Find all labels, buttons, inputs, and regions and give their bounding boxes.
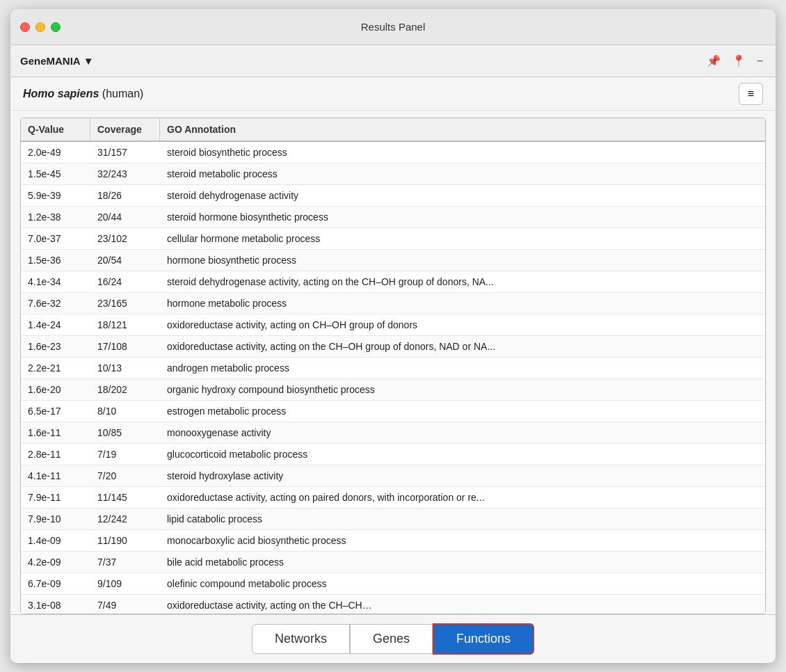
cell-annotation: steroid hydroxylase activity [160, 465, 765, 486]
cell-qvalue: 7.9e-11 [21, 487, 90, 508]
cell-qvalue: 1.5e-36 [21, 250, 90, 271]
cell-coverage: 32/243 [90, 163, 160, 184]
table-header: Q-Value Coverage GO Annotation [21, 118, 765, 142]
pushpin-icon: 📍 [732, 54, 746, 67]
cell-annotation: olefinic compound metabolic process [160, 573, 765, 594]
pin-icon: 📌 [707, 54, 721, 67]
maximize-button[interactable] [51, 22, 61, 32]
table-row[interactable]: 7.0e-3723/102cellular hormone metabolic … [21, 228, 765, 250]
table-row[interactable]: 6.5e-178/10estrogen metabolic process [21, 401, 765, 422]
cell-annotation: steroid dehydrogenase activity [160, 185, 765, 206]
col-header-annotation: GO Annotation [160, 118, 765, 141]
options-menu-button[interactable]: ≡ [739, 83, 763, 105]
cell-coverage: 18/202 [90, 379, 160, 400]
cell-coverage: 11/145 [90, 487, 160, 508]
cell-annotation: steroid hormone biosynthetic process [160, 207, 765, 227]
table-row[interactable]: 4.1e-117/20steroid hydroxylase activity [21, 465, 765, 487]
cell-qvalue: 6.5e-17 [21, 401, 90, 422]
cell-annotation: monooxygenase activity [160, 422, 765, 443]
cell-annotation: glucocorticoid metabolic process [160, 444, 765, 465]
cell-qvalue: 3.1e-08 [21, 595, 90, 614]
cell-annotation: oxidoreductase activity, acting on paire… [160, 487, 765, 508]
cell-annotation: steroid metabolic process [160, 163, 765, 184]
cell-coverage: 10/13 [90, 358, 160, 378]
cell-qvalue: 2.2e-21 [21, 358, 90, 378]
table-row[interactable]: 7.6e-3223/165hormone metabolic process [21, 293, 765, 314]
cell-coverage: 16/24 [90, 271, 160, 292]
cell-annotation: hormone metabolic process [160, 293, 765, 314]
cell-qvalue: 5.9e-39 [21, 185, 90, 206]
table-row[interactable]: 4.1e-3416/24steroid dehydrogenase activi… [21, 271, 765, 293]
cell-qvalue: 7.0e-37 [21, 228, 90, 249]
pin-button[interactable]: 📌 [704, 53, 723, 69]
dropdown-arrow-icon: ▼ [83, 55, 94, 67]
minimize-panel-button[interactable]: − [754, 54, 766, 69]
table-row[interactable]: 1.5e-3620/54hormone biosynthetic process [21, 250, 765, 271]
table-row[interactable]: 1.4e-0911/190monocarboxylic acid biosynt… [21, 530, 765, 552]
tab-genes[interactable]: Genes [350, 624, 433, 654]
cell-coverage: 20/54 [90, 250, 160, 271]
tab-functions[interactable]: Functions [433, 623, 534, 655]
cell-qvalue: 1.6e-11 [21, 422, 90, 443]
table-row[interactable]: 2.8e-117/19glucocorticoid metabolic proc… [21, 444, 765, 465]
table-row[interactable]: 7.9e-1111/145oxidoreductase activity, ac… [21, 487, 765, 509]
table-body[interactable]: 2.0e-4931/157steroid biosynthetic proces… [21, 142, 765, 614]
cell-coverage: 7/49 [90, 595, 160, 614]
table-row[interactable]: 1.2e-3820/44steroid hormone biosynthetic… [21, 207, 765, 228]
table-row[interactable]: 4.2e-097/37bile acid metabolic process [21, 552, 765, 573]
cell-annotation: estrogen metabolic process [160, 401, 765, 422]
cell-coverage: 23/102 [90, 228, 160, 249]
results-panel-window: Results Panel GeneMANIA ▼ 📌 📍 − Homo sap… [10, 9, 776, 663]
species-italic: Homo sapiens [23, 88, 99, 99]
table-row[interactable]: 1.6e-2018/202organic hydroxy compound bi… [21, 379, 765, 401]
close-button[interactable] [20, 22, 30, 32]
cell-qvalue: 2.8e-11 [21, 444, 90, 465]
table-row[interactable]: 1.5e-4532/243steroid metabolic process [21, 163, 765, 185]
cell-qvalue: 2.0e-49 [21, 142, 90, 163]
cell-annotation: monocarboxylic acid biosynthetic process [160, 530, 765, 551]
title-bar: Results Panel [10, 9, 776, 45]
cell-coverage: 12/242 [90, 509, 160, 529]
cell-annotation: steroid dehydrogenase activity, acting o… [160, 271, 765, 292]
table-row[interactable]: 1.6e-2317/108oxidoreductase activity, ac… [21, 336, 765, 358]
cell-qvalue: 1.6e-20 [21, 379, 90, 400]
table-row[interactable]: 1.6e-1110/85monooxygenase activity [21, 422, 765, 444]
cell-qvalue: 4.1e-34 [21, 271, 90, 292]
cell-qvalue: 4.2e-09 [21, 552, 90, 573]
cell-qvalue: 1.4e-09 [21, 530, 90, 551]
table-row[interactable]: 1.4e-2418/121oxidoreductase activity, ac… [21, 314, 765, 336]
table-row[interactable]: 2.0e-4931/157steroid biosynthetic proces… [21, 142, 765, 163]
toolbar-icons: 📌 📍 − [704, 53, 766, 69]
table-row[interactable]: 2.2e-2110/13androgen metabolic process [21, 358, 765, 379]
cell-coverage: 10/85 [90, 422, 160, 443]
cell-annotation: organic hydroxy compound biosynthetic pr… [160, 379, 765, 400]
cell-qvalue: 1.6e-23 [21, 336, 90, 357]
tab-networks[interactable]: Networks [252, 624, 350, 654]
table-row[interactable]: 6.7e-099/109olefinic compound metabolic … [21, 573, 765, 595]
cell-coverage: 7/19 [90, 444, 160, 465]
cell-coverage: 7/20 [90, 465, 160, 486]
cell-qvalue: 1.5e-45 [21, 163, 90, 184]
traffic-lights [20, 22, 61, 32]
minimize-button[interactable] [35, 22, 45, 32]
hamburger-icon: ≡ [748, 88, 754, 99]
cell-coverage: 23/165 [90, 293, 160, 314]
cell-coverage: 17/108 [90, 336, 160, 357]
cell-annotation: androgen metabolic process [160, 358, 765, 378]
cell-qvalue: 7.9e-10 [21, 509, 90, 529]
cell-annotation: hormone biosynthetic process [160, 250, 765, 271]
table-row[interactable]: 7.9e-1012/242lipid catabolic process [21, 509, 765, 530]
cell-annotation: cellular hormone metabolic process [160, 228, 765, 249]
window-title: Results Panel [361, 21, 426, 33]
species-row: Homo sapiens (human) ≡ [10, 77, 776, 111]
table-row[interactable]: 3.1e-087/49oxidoreductase activity, acti… [21, 595, 765, 614]
col-header-qvalue: Q-Value [21, 118, 90, 141]
pushpin-button[interactable]: 📍 [729, 53, 748, 69]
cell-coverage: 18/121 [90, 314, 160, 335]
table-row[interactable]: 5.9e-3918/26steroid dehydrogenase activi… [21, 185, 765, 207]
cell-annotation: oxidoreductase activity, acting on the C… [160, 595, 765, 614]
cell-coverage: 9/109 [90, 573, 160, 594]
cell-coverage: 8/10 [90, 401, 160, 422]
app-menu[interactable]: GeneMANIA ▼ [20, 55, 94, 67]
col-header-coverage: Coverage [90, 118, 160, 141]
